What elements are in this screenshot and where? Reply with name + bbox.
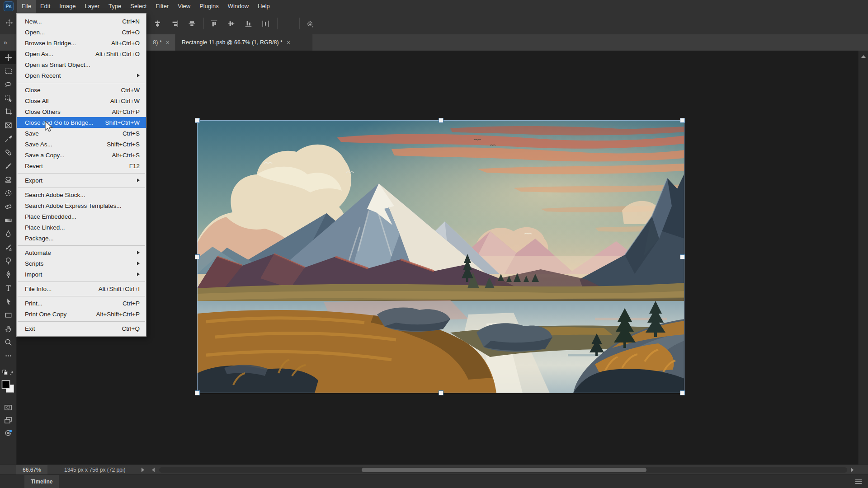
menubar-item-select[interactable]: Select bbox=[126, 0, 151, 13]
more-options-icon[interactable]: .f{fill:#a9a9a9;stroke:none} bbox=[284, 20, 292, 28]
document-canvas[interactable] bbox=[197, 120, 684, 393]
horizontal-scrollbar-thumb[interactable] bbox=[362, 468, 646, 472]
type-tool[interactable]: .f{fill:#c2c2c2;stroke:none} bbox=[0, 281, 16, 295]
menu-item-save[interactable]: SaveCtrl+S bbox=[17, 128, 146, 139]
menubar-item-window[interactable]: Window bbox=[223, 0, 253, 13]
align-right-edges-icon[interactable]: .f{fill:#a9a9a9;stroke:none} bbox=[171, 20, 179, 28]
dodge-tool[interactable]: .f{fill:#c2c2c2;stroke:none} bbox=[0, 254, 16, 267]
quick-mask-mode-icon[interactable]: .f{fill:#b5b5b5;stroke:none} bbox=[4, 404, 12, 412]
settings-gear-icon[interactable]: .f{fill:#a9a9a9;stroke:none} bbox=[306, 20, 314, 28]
menu-item-scripts[interactable]: Scripts bbox=[17, 258, 146, 269]
current-tool-icon[interactable]: .f{fill:#8f8f8f;stroke:none} bbox=[5, 19, 13, 27]
scroll-left-arrow-icon[interactable] bbox=[152, 468, 155, 472]
menu-item-open-as-smart-object[interactable]: Open as Smart Object... bbox=[17, 59, 146, 70]
foreground-background-swatches[interactable] bbox=[1, 380, 15, 395]
menu-item-close-others[interactable]: Close OthersAlt+Ctrl+P bbox=[17, 106, 146, 117]
eraser-tool[interactable]: .f{fill:#c2c2c2;stroke:none} bbox=[0, 200, 16, 213]
menu-item-print[interactable]: Print...Ctrl+P bbox=[17, 298, 146, 309]
menubar-item-view[interactable]: View bbox=[173, 0, 195, 13]
selection-handle[interactable] bbox=[195, 390, 200, 395]
tab-overflow-chevron-icon[interactable]: » bbox=[4, 34, 7, 51]
menubar-item-layer[interactable]: Layer bbox=[80, 0, 104, 13]
menubar-item-plugins[interactable]: Plugins bbox=[195, 0, 223, 13]
menu-item-place-linked[interactable]: Place Linked... bbox=[17, 222, 146, 233]
menubar-item-filter[interactable]: Filter bbox=[151, 0, 173, 13]
menu-item-save-as[interactable]: Save As...Shift+Ctrl+S bbox=[17, 139, 146, 150]
spot-healing-brush-tool[interactable]: .f{fill:#c2c2c2;stroke:none} bbox=[0, 145, 16, 159]
menu-item-open-recent[interactable]: Open Recent bbox=[17, 70, 146, 81]
menu-item-search-adobe-express-templates[interactable]: Search Adobe Express Templates... bbox=[17, 200, 146, 211]
hand-tool[interactable]: .f{fill:#c2c2c2;stroke:none} bbox=[0, 322, 16, 335]
mixer-brush-tool[interactable]: .f{fill:#c2c2c2;stroke:none} bbox=[0, 240, 16, 254]
clone-stamp-tool[interactable]: .f{fill:#c2c2c2;stroke:none} bbox=[0, 173, 16, 186]
rectangle-tool[interactable]: .f{fill:#c2c2c2;stroke:none} bbox=[0, 308, 16, 322]
menu-item-file-info[interactable]: File Info...Alt+Shift+Ctrl+I bbox=[17, 283, 146, 294]
menu-item-search-adobe-stock[interactable]: Search Adobe Stock... bbox=[17, 189, 146, 200]
menubar-item-file[interactable]: File bbox=[17, 0, 36, 13]
distribute-horizontal-icon[interactable]: .f{fill:#a9a9a9;stroke:none} bbox=[262, 20, 269, 28]
distribute-vertical-centers-icon[interactable]: .f{fill:#a9a9a9;stroke:none} bbox=[227, 20, 235, 28]
tab-close-icon[interactable]: × bbox=[287, 39, 290, 46]
zoom-level-field[interactable]: 66.67% bbox=[16, 465, 47, 475]
history-brush-tool[interactable]: .f{fill:#c2c2c2;stroke:none} bbox=[0, 186, 16, 200]
crop-tool[interactable]: .f{fill:#c2c2c2;stroke:none} bbox=[0, 105, 16, 118]
menu-item-revert[interactable]: RevertF12 bbox=[17, 160, 146, 171]
menu-item-save-a-copy[interactable]: Save a Copy...Alt+Ctrl+S bbox=[17, 150, 146, 160]
selection-handle[interactable] bbox=[195, 254, 200, 259]
distribute-top-edges-icon[interactable]: .f{fill:#a9a9a9;stroke:none} bbox=[210, 20, 218, 28]
distribute-bottom-edges-icon[interactable]: .f{fill:#a9a9a9;stroke:none} bbox=[245, 20, 252, 28]
status-expand-arrow-icon[interactable] bbox=[142, 468, 144, 472]
move-tool[interactable]: .f{fill:#c2c2c2;stroke:none} bbox=[0, 51, 16, 64]
menu-item-place-embedded[interactable]: Place Embedded... bbox=[17, 211, 146, 222]
menu-item-close-all[interactable]: Close AllAlt+Ctrl+W bbox=[17, 95, 146, 106]
pen-tool[interactable]: .f{fill:#c2c2c2;stroke:none} bbox=[0, 267, 16, 281]
gradient-tool[interactable]: .f{fill:#c2c2c2;stroke:none} bbox=[0, 213, 16, 227]
eyedropper-tool[interactable]: .f{fill:#c2c2c2;stroke:none} bbox=[0, 132, 16, 145]
object-selection-tool[interactable]: .f{fill:#c2c2c2;stroke:none} bbox=[0, 91, 16, 105]
align-center-horizontal-icon[interactable]: .f{fill:#a9a9a9;stroke:none} bbox=[154, 20, 161, 28]
blur-tool[interactable]: .f{fill:#c2c2c2;stroke:none} bbox=[0, 227, 16, 240]
frame-tool[interactable]: .f{fill:#c2c2c2;stroke:none} bbox=[0, 118, 16, 132]
scroll-up-arrow-icon[interactable] bbox=[861, 55, 866, 58]
menu-item-print-one-copy[interactable]: Print One CopyAlt+Shift+Ctrl+P bbox=[17, 309, 146, 319]
menu-item-close[interactable]: CloseCtrl+W bbox=[17, 84, 146, 95]
selection-handle[interactable] bbox=[680, 118, 685, 123]
horizontal-scrollbar[interactable] bbox=[159, 467, 847, 473]
menu-item-export[interactable]: Export bbox=[17, 175, 146, 186]
brush-tool[interactable]: .f{fill:#c2c2c2;stroke:none} bbox=[0, 159, 16, 173]
tab-close-icon[interactable]: × bbox=[166, 39, 170, 46]
selection-handle[interactable] bbox=[680, 390, 685, 395]
edit-toolbar-ellipsis-tool[interactable]: .f{fill:#c2c2c2;stroke:none} bbox=[0, 349, 16, 362]
selection-handle[interactable] bbox=[439, 390, 443, 395]
panel-menu-icon[interactable] bbox=[855, 479, 862, 484]
document-tab-active[interactable]: Rectangle 11.psb @ 66.7% (1, RGB/8) * × bbox=[176, 34, 312, 51]
menubar-item-help[interactable]: Help bbox=[253, 0, 274, 13]
menu-item-close-and-go-to-bridge[interactable]: Close and Go to Bridge...Shift+Ctrl+W bbox=[17, 117, 146, 128]
menu-item-new[interactable]: New...Ctrl+N bbox=[17, 16, 146, 27]
timeline-tab[interactable]: Timeline bbox=[24, 475, 59, 488]
menu-item-import[interactable]: Import bbox=[17, 269, 146, 280]
menu-item-automate[interactable]: Automate bbox=[17, 247, 146, 258]
selection-handle[interactable] bbox=[195, 118, 200, 123]
document-info[interactable]: 1345 px x 756 px (72 ppi) bbox=[64, 465, 125, 475]
swap-colors-icon[interactable] bbox=[2, 370, 14, 378]
menubar-item-edit[interactable]: Edit bbox=[36, 0, 55, 13]
selection-handle[interactable] bbox=[439, 118, 443, 123]
share-image-icon[interactable]: .f{fill:#b5b5b5;stroke:none} bbox=[4, 429, 12, 437]
menu-item-browse-in-bridge[interactable]: Browse in Bridge...Alt+Ctrl+O bbox=[17, 38, 146, 48]
align-vertical-centers-icon[interactable]: .f{fill:#a9a9a9;stroke:none} bbox=[188, 20, 196, 28]
menu-item-open[interactable]: Open...Ctrl+O bbox=[17, 27, 146, 38]
menubar-item-type[interactable]: Type bbox=[104, 0, 126, 13]
vertical-scrollbar[interactable] bbox=[858, 51, 868, 465]
path-selection-tool[interactable]: .f{fill:#c2c2c2;stroke:none} bbox=[0, 295, 16, 308]
screen-mode-icon[interactable]: .f{fill:#b5b5b5;stroke:none} bbox=[4, 416, 12, 424]
menu-item-open-as[interactable]: Open As...Alt+Shift+Ctrl+O bbox=[17, 48, 146, 59]
scroll-right-arrow-icon[interactable] bbox=[851, 468, 854, 472]
lasso-tool[interactable]: .f{fill:#c2c2c2;stroke:none} bbox=[0, 78, 16, 91]
menu-item-package[interactable]: Package... bbox=[17, 233, 146, 244]
zoom-tool[interactable]: .f{fill:#c2c2c2;stroke:none} bbox=[0, 335, 16, 349]
menu-item-exit[interactable]: ExitCtrl+Q bbox=[17, 323, 146, 334]
menubar-item-image[interactable]: Image bbox=[55, 0, 80, 13]
rectangular-marquee-tool[interactable]: .f{fill:#c2c2c2;stroke:none} bbox=[0, 64, 16, 78]
selection-handle[interactable] bbox=[680, 254, 685, 259]
